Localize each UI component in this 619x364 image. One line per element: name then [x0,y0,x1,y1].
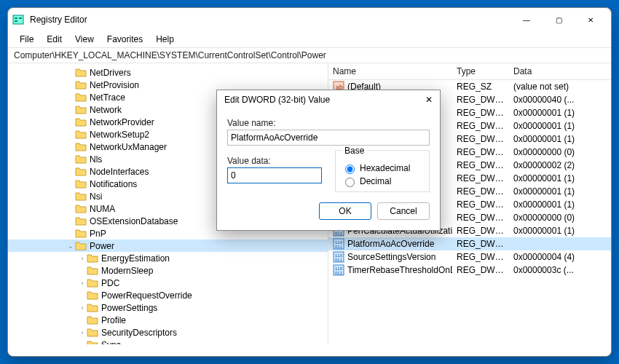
svg-rect-1 [15,17,17,19]
minimize-button[interactable]: — [510,9,543,31]
value-data: 0x00000001 (1) [509,186,611,197]
folder-icon [75,80,87,90]
dialog-close-button[interactable]: ✕ [425,95,433,105]
base-legend: Base [342,146,367,156]
value-data: 0x00000001 (1) [509,199,611,210]
folder-icon [75,130,87,140]
col-name-header[interactable]: Name [328,63,452,79]
value-name-input[interactable] [227,130,430,146]
expand-arrow-icon[interactable]: › [78,280,87,287]
binary-value-icon: 110011 [333,264,344,276]
svg-rect-2 [15,20,17,22]
close-button[interactable]: ✕ [575,9,607,31]
menu-view[interactable]: View [69,33,100,46]
value-data: (value not set) [509,82,611,92]
radio-dec-input[interactable] [345,178,355,187]
radio-hex[interactable]: Hexadecimal [342,162,423,174]
registry-editor-window: Registry Editor — ▢ ✕ File Edit View Fav… [7,7,612,357]
list-header: Name Type Data [328,63,611,80]
value-name: PlatformAoAcOverride [347,239,434,249]
svg-rect-3 [19,17,22,19]
address-bar[interactable]: Computer\HKEY_LOCAL_MACHINE\SYSTEM\Curre… [8,48,611,63]
tree-item-label: Nsi [90,191,102,202]
list-row[interactable]: 110011TimerRebaseThresholdOnDr...REG_DWO… [328,264,611,277]
folder-icon [75,204,87,214]
tree-item[interactable]: ›PowerSettings [8,301,328,314]
list-row[interactable]: 110011PlatformAoAcOverrideREG_DWORD [328,237,611,250]
tree-item-label: PowerRequestOverride [101,290,192,301]
folder-icon [75,68,87,78]
cancel-button[interactable]: Cancel [377,202,430,220]
menu-help[interactable]: Help [150,33,180,46]
tree-item-label: Sync [101,340,121,345]
radio-dec[interactable]: Decimal [342,175,423,187]
expand-arrow-icon[interactable]: › [78,304,87,312]
menubar: File Edit View Favorites Help [8,31,611,48]
tree-item-label: NodeInterfaces [90,167,149,177]
value-type: REG_DWORD [452,213,509,223]
value-data: 0x00000001 (1) [509,134,611,144]
svg-rect-0 [13,15,23,24]
tree-item[interactable]: ⌄Power [8,240,328,252]
value-name: TimerRebaseThresholdOnDr... [347,265,452,275]
tree-item[interactable]: ModernSleep [8,264,328,277]
value-data: 0x00000040 (... [509,95,611,105]
value-name-label: Value name: [227,118,430,128]
menu-favorites[interactable]: Favorites [101,33,149,46]
binary-value-icon: 110011 [333,238,344,250]
value-data: 0x00000001 (1) [509,173,611,183]
tree-item[interactable]: ›EnergyEstimation [8,252,328,264]
list-row[interactable]: 110011SourceSettingsVersionREG_DWORD0x00… [328,250,611,264]
folder-icon [87,290,98,301]
folder-icon [75,191,87,202]
value-data: 0x00000004 (4) [509,252,611,262]
col-type-header[interactable]: Type [452,63,509,79]
value-type: REG_DWORD [452,239,509,249]
col-data-header[interactable]: Data [509,63,611,79]
value-type: REG_DWORD [452,252,509,262]
dialog-title: Edit DWORD (32-bit) Value [224,95,330,105]
tree-item-label: Nls [90,154,102,165]
value-type: REG_DWORD [452,265,509,275]
tree-item-label: NetworkUxManager [90,142,167,152]
radio-dec-label: Decimal [360,176,391,186]
ok-button[interactable]: OK [319,202,371,220]
value-type: REG_DWORD [452,160,509,170]
tree-item[interactable]: Profile [8,314,328,326]
value-type: REG_DWORD [452,121,509,131]
tree-item-label: OSExtensionDatabase [90,216,178,226]
menu-edit[interactable]: Edit [41,33,68,46]
expand-arrow-icon[interactable]: ⌄ [66,242,75,250]
expand-arrow-icon[interactable]: › [78,329,87,336]
expand-arrow-icon[interactable]: › [78,255,87,262]
dialog-titlebar: Edit DWORD (32-bit) Value ✕ [217,90,440,109]
value-name: SourceSettingsVersion [347,252,435,262]
value-type: REG_DWORD [452,147,509,157]
tree-item[interactable]: NetDrivers [8,66,328,79]
value-data: 0x00000001 (1) [509,121,611,131]
value-type: REG_SZ [452,82,509,92]
radio-hex-input[interactable] [345,165,355,174]
base-fieldset: Base Hexadecimal Decimal [335,150,430,192]
value-data-input[interactable] [227,167,322,183]
tree-item-label: Profile [101,315,126,325]
folder-icon [75,216,87,226]
folder-icon [87,303,98,313]
tree-item[interactable]: Sync [8,339,328,344]
value-type: REG_DWORD [452,199,509,210]
tree-item[interactable]: PowerRequestOverride [8,289,328,301]
value-data: 0x00000000 (0) [509,147,611,157]
tree-item[interactable]: ›SecurityDescriptors [8,326,328,339]
tree-item[interactable]: ›PDC [8,277,328,289]
value-type: REG_DWORD [452,226,509,236]
tree-item-label: NetworkSetup2 [90,130,149,140]
tree-item-label: SecurityDescriptors [101,328,177,338]
tree-item-label: NetProvision [90,80,139,90]
titlebar: Registry Editor — ▢ ✕ [8,8,611,31]
maximize-button[interactable]: ▢ [543,9,575,31]
tree-item-label: PowerSettings [101,303,157,313]
value-type: REG_DWORD [452,108,509,118]
menu-file[interactable]: File [14,33,39,46]
value-type: REG_DWORD [452,173,509,183]
folder-icon [87,266,98,276]
